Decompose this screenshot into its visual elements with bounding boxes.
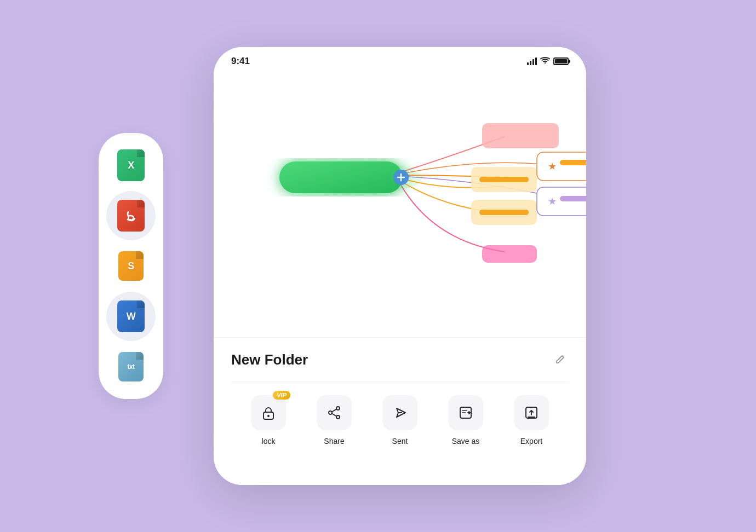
mindmap-svg: ★ ★ <box>214 71 586 290</box>
bottom-panel: New Folder VIP <box>214 337 586 485</box>
svg-text:★: ★ <box>548 161 557 172</box>
txt-icon: txt <box>118 352 144 381</box>
txt-letter: txt <box>127 363 134 371</box>
lock-icon <box>261 405 276 420</box>
svg-rect-19 <box>267 415 270 417</box>
save-as-label: Save as <box>452 437 480 446</box>
signal-bar-2 <box>530 61 531 65</box>
battery-fill <box>555 59 567 63</box>
share-label: Share <box>324 437 344 446</box>
wifi-icon <box>540 56 550 66</box>
word-icon: W <box>117 300 145 332</box>
edit-icon[interactable] <box>551 351 569 368</box>
signal-bar-4 <box>535 57 537 65</box>
phone-frame: 9:41 <box>214 47 586 485</box>
slides-letter: S <box>128 261 134 272</box>
svg-rect-2 <box>279 161 403 193</box>
svg-line-24 <box>332 414 336 417</box>
folder-name-row: New Folder <box>231 351 569 368</box>
svg-point-22 <box>329 411 332 414</box>
svg-point-20 <box>336 407 340 410</box>
action-share[interactable]: Share <box>317 395 352 446</box>
vip-badge: VIP <box>273 391 290 400</box>
pdf-symbol-icon <box>124 209 138 223</box>
divider <box>231 381 569 382</box>
actions-row: VIP lock <box>231 395 569 446</box>
file-icon-word-wrap[interactable]: W <box>106 292 156 341</box>
status-bar: 9:41 <box>214 47 586 71</box>
folder-name: New Folder <box>231 351 308 368</box>
share-icon <box>327 405 342 420</box>
status-icons <box>527 56 569 66</box>
battery-icon <box>553 57 569 65</box>
slides-icon: S <box>118 251 144 281</box>
save-as-button[interactable] <box>448 395 483 430</box>
file-icon-excel-wrap[interactable]: X <box>112 146 150 184</box>
svg-rect-12 <box>537 152 586 181</box>
file-sidebar: X S W txt <box>99 133 163 399</box>
lock-button[interactable]: VIP <box>251 395 286 430</box>
action-save-as[interactable]: Save as <box>448 395 483 446</box>
save-as-icon <box>458 405 473 420</box>
excel-icon: X <box>117 149 145 181</box>
sent-icon <box>392 405 408 420</box>
file-icon-pdf-wrap[interactable] <box>106 191 156 240</box>
svg-rect-17 <box>560 196 586 201</box>
signal-bar-1 <box>527 62 529 65</box>
export-label: Export <box>520 437 542 446</box>
share-button[interactable] <box>317 395 352 430</box>
scene: X S W txt <box>77 42 679 490</box>
file-icon-slides-wrap[interactable]: S <box>112 247 150 285</box>
action-export[interactable]: Export <box>514 395 549 446</box>
export-button[interactable] <box>514 395 549 430</box>
svg-text:★: ★ <box>548 196 557 207</box>
sent-button[interactable] <box>382 395 417 430</box>
svg-line-23 <box>332 409 336 412</box>
svg-point-21 <box>336 415 340 419</box>
action-sent[interactable]: Sent <box>382 395 417 446</box>
svg-rect-11 <box>482 245 537 263</box>
signal-bar-3 <box>532 59 534 65</box>
word-letter: W <box>127 311 136 322</box>
svg-rect-6 <box>482 123 559 148</box>
svg-point-0 <box>545 62 546 63</box>
file-icon-txt-wrap[interactable]: txt <box>112 348 150 386</box>
svg-rect-14 <box>560 160 586 165</box>
signal-bars-icon <box>527 57 537 65</box>
svg-rect-10 <box>479 210 529 215</box>
pdf-icon <box>117 200 145 232</box>
export-icon <box>524 405 539 420</box>
status-time: 9:41 <box>231 56 250 67</box>
excel-letter: X <box>128 160 134 171</box>
action-lock[interactable]: VIP lock <box>251 395 286 446</box>
svg-rect-8 <box>479 177 529 182</box>
sent-label: Sent <box>392 437 408 446</box>
mindmap-area: ★ ★ <box>214 71 586 290</box>
lock-label: lock <box>262 437 276 446</box>
